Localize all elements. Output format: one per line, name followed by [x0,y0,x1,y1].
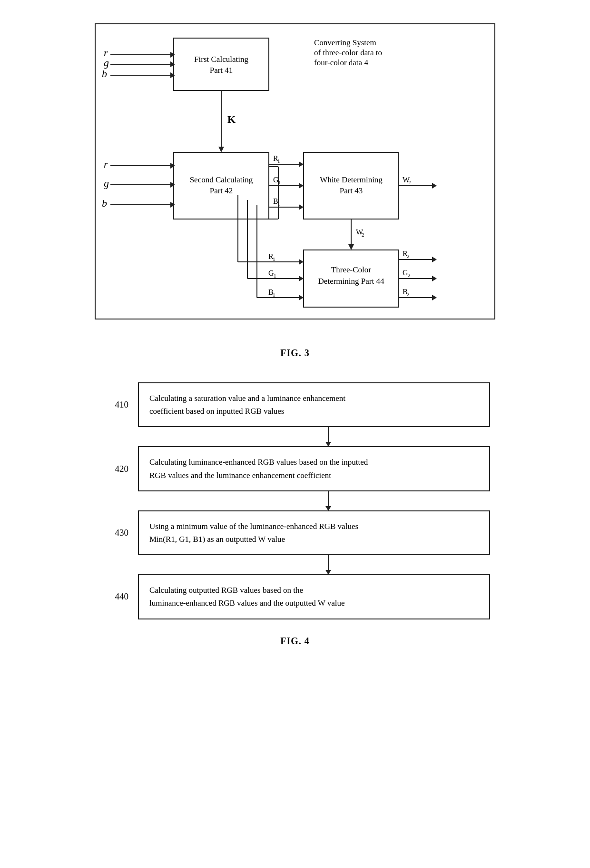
three-color-label1: Three-Color [331,265,371,274]
svg-rect-1 [174,38,269,90]
g-input-top: g [104,57,109,69]
step-text-440: Calculating outputted RGB values based o… [149,586,345,608]
system-label-line1: Converting System [314,38,376,47]
r-input-mid: r [104,158,108,170]
b2-sub: 2 [407,291,410,297]
white-det-label1: White Determining [320,175,383,184]
first-calc-label1: First Calculating [194,55,248,64]
first-calc-label2: Part 41 [210,66,233,75]
flow-step-410: 410 Calculating a saturation value and a… [100,382,490,427]
system-label-line2: of three-color data to [314,48,382,57]
flow-step-440: 440 Calculating outputted RGB values bas… [100,574,490,619]
svg-rect-0 [95,24,495,319]
step-box-420: Calculating luminance-enhanced RGB value… [138,446,490,491]
arrow-b-mid [170,202,175,208]
arrow-g1-to-three [299,276,304,281]
svg-rect-13 [304,152,399,219]
arrow-b1-to-three [299,295,304,300]
arrow-r1-to-white [299,161,304,167]
b1-sub-bot: 1 [273,292,275,298]
g1-sub-bot: 1 [274,273,276,279]
step-text-420: Calculating luminance-enhanced RGB value… [149,458,368,479]
w2-sub-right: 2 [408,180,411,185]
step-box-440: Calculating outputted RGB values based o… [138,574,490,619]
second-calc-label2: Part 42 [210,186,233,195]
b-input-mid: b [102,197,107,209]
g2-sub: 2 [408,272,411,278]
b-input-top: b [102,68,107,80]
arrow-w2-down [348,244,354,250]
white-det-label2: Part 43 [340,186,363,195]
step-number-420: 420 [100,464,128,474]
fig3-diagram: Converting System of three-color data to… [90,19,500,343]
fig3-label: FIG. 3 [280,348,310,359]
arrow-g1-to-white [299,183,304,189]
svg-rect-6 [174,152,269,219]
arrow-g2 [432,276,437,281]
arrow-420-430 [328,491,329,510]
arrow-b2 [432,295,437,300]
step-number-440: 440 [100,591,128,602]
step-number-430: 430 [100,528,128,538]
step-number-410: 410 [100,399,128,410]
arrow-r1-to-three [299,259,304,265]
flow-step-430: 430 Using a minimum value of the luminan… [100,510,490,555]
step-text-410: Calculating a saturation value and a lum… [149,394,345,416]
g-input-mid: g [104,177,109,189]
arrow-k-down [218,147,224,152]
arrow-r-top [170,52,175,58]
fig4-section: 410 Calculating a saturation value and a… [29,382,561,661]
step-box-430: Using a minimum value of the luminance-e… [138,510,490,555]
arrow-r-mid [170,163,175,169]
arrow-r2 [432,257,437,262]
system-label-line3: four-color data 4 [314,58,368,67]
arrow-g-top [170,61,175,67]
w2-sub-down: 2 [362,232,364,238]
fig3-section: Converting System of three-color data to… [29,19,561,373]
arrow-410-420 [328,427,329,446]
step-text-430: Using a minimum value of the luminance-e… [149,522,358,544]
three-color-label2: Determining Part 44 [318,277,384,286]
arrow-430-440 [328,555,329,574]
arrow-g-mid [170,182,175,188]
r1-sub-bot: 1 [273,256,275,262]
step-box-410: Calculating a saturation value and a lum… [138,382,490,427]
arrow-b1-to-white [299,204,304,210]
k-label: K [227,113,236,125]
r1-sub-top: 1 [277,158,280,164]
flowchart: 410 Calculating a saturation value and a… [100,382,490,661]
arrow-b-top [170,72,175,78]
flow-step-420: 420 Calculating luminance-enhanced RGB v… [100,446,490,491]
r2-sub: 2 [407,253,410,259]
arrow-w2-right [432,183,437,189]
second-calc-label1: Second Calculating [190,175,253,184]
fig4-label: FIG. 4 [280,636,310,647]
